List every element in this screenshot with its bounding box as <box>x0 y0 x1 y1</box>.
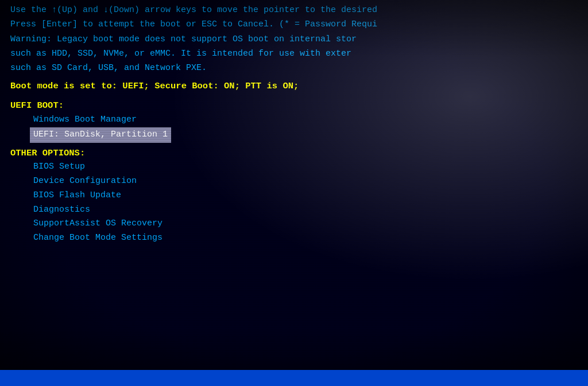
other-item-device-config[interactable]: Device Configuration <box>10 174 571 189</box>
info-line-1: Use the ↑(Up) and ↓(Down) arrow keys to … <box>10 3 571 17</box>
info-line-2: Press [Enter] to attempt the boot or ESC… <box>10 18 571 31</box>
uefi-item-windows[interactable]: Windows Boot Manager <box>10 113 571 127</box>
main-content: Use the ↑(Up) and ↓(Down) arrow keys to … <box>0 0 588 386</box>
status-line: Boot mode is set to: UEFI; Secure Boot: … <box>10 79 571 93</box>
bios-screen: Use the ↑(Up) and ↓(Down) arrow keys to … <box>0 0 588 386</box>
other-item-diagnostics[interactable]: Diagnostics <box>10 203 571 217</box>
info-line-5: such as SD Card, USB, and Network PXE. <box>10 61 571 75</box>
info-line-4: such as HDD, SSD, NVMe, or eMMC. It is i… <box>10 47 571 60</box>
other-item-supportassist[interactable]: SupportAssist OS Recovery <box>10 217 571 231</box>
uefi-boot-header: UEFI BOOT: <box>10 99 571 113</box>
info-line-3: Warning: Legacy boot mode does not suppo… <box>10 33 571 46</box>
other-item-change-boot-mode[interactable]: Change Boot Mode Settings <box>10 231 571 245</box>
other-item-bios-flash[interactable]: BIOS Flash Update <box>10 189 571 203</box>
other-options-header: OTHER OPTIONS: <box>10 146 571 161</box>
uefi-item-sandisk[interactable]: UEFI: SanDisk, Partition 1 <box>30 127 171 143</box>
bottom-bar <box>0 370 588 386</box>
other-item-bios-setup[interactable]: BIOS Setup <box>10 160 571 174</box>
